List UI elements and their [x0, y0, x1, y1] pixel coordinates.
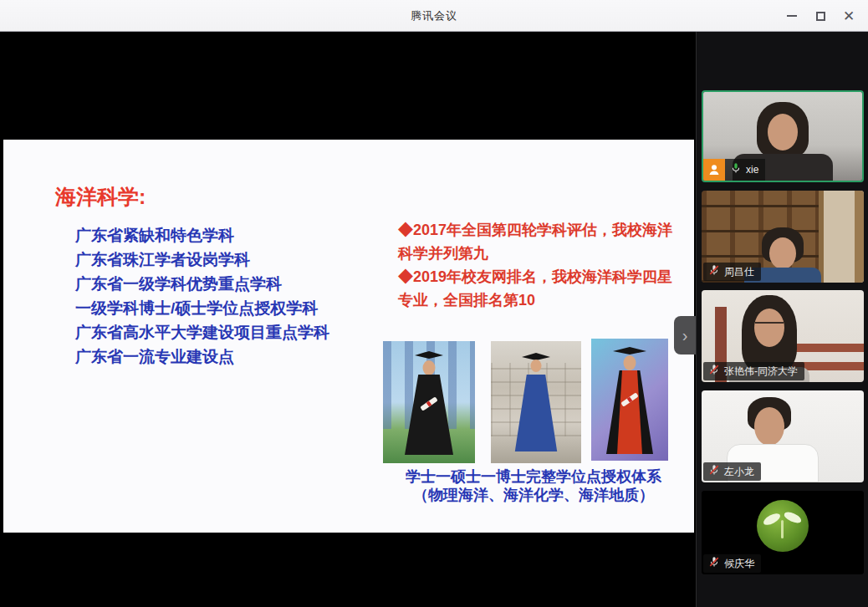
- participant-name: xie: [746, 164, 758, 176]
- sidebar-collapse-button[interactable]: ›: [674, 316, 696, 355]
- mic-muted-icon: [708, 264, 720, 279]
- maximize-icon: [816, 12, 825, 21]
- thumbnail-footer: 候庆华: [702, 554, 761, 574]
- tencent-meeting-window: 腾讯会议 ✕ 海洋科学: 广东省紧缺和特色学科 广东省珠江学者设岗学科 广东省一…: [0, 0, 868, 607]
- participant-face: [769, 237, 796, 269]
- thumbnail-footer: 周昌仕: [702, 263, 761, 283]
- bullet-list: 广东省紧缺和特色学科 广东省珠江学者设岗学科 广东省一级学科优势重点学科 一级学…: [75, 223, 376, 369]
- participant-name: 左小龙: [724, 465, 754, 479]
- participant-name: 候庆华: [724, 557, 754, 571]
- slide-title: 海洋科学:: [55, 183, 146, 211]
- chevron-right-icon: ›: [682, 326, 688, 345]
- window-title: 腾讯会议: [411, 8, 457, 23]
- graduate-face: [531, 360, 542, 372]
- mic-on-icon: [730, 162, 742, 177]
- participant-face: [768, 114, 798, 150]
- window-controls: ✕: [778, 0, 863, 32]
- name-label: xie: [725, 159, 765, 181]
- bullet-item: 广东省紧缺和特色学科: [75, 223, 376, 247]
- thumbnail-footer: 左小龙: [702, 462, 761, 482]
- highlight-item: ◆2019年校友网排名，我校海洋科学四星专业，全国排名第10: [398, 265, 681, 312]
- mic-muted-icon: [708, 364, 720, 379]
- name-label: 候庆华: [703, 554, 761, 573]
- video-thumbnail-xie[interactable]: xie: [702, 90, 864, 182]
- glasses-icon: [755, 322, 784, 329]
- name-label: 左小龙: [703, 462, 761, 481]
- thumbnail-footer: xie: [703, 159, 765, 181]
- highlight-item: ◆2017年全国第四轮学科评估，我校海洋科学并列第九: [398, 218, 681, 265]
- shared-screen-area: 海洋科学: 广东省紧缺和特色学科 广东省珠江学者设岗学科 广东省一级学科优势重点…: [0, 32, 696, 607]
- graduate-face: [624, 355, 636, 370]
- maximize-button[interactable]: [806, 0, 835, 32]
- video-thumbnail-zuoxiaolong[interactable]: 左小龙: [702, 390, 864, 482]
- doctor-graduate-photo: [591, 339, 668, 461]
- bullet-item: 一级学科博士/硕士学位点授权学科: [75, 296, 376, 320]
- highlight-list: ◆2017年全国第四轮学科评估，我校海洋科学并列第九 ◆2019年校友网排名，我…: [398, 218, 681, 312]
- participant-name: 周昌仕: [724, 265, 754, 279]
- presentation-slide: 海洋科学: 广东省紧缺和特色学科 广东省珠江学者设岗学科 广东省一级学科优势重点…: [3, 140, 694, 533]
- close-button[interactable]: ✕: [835, 0, 863, 32]
- sprout-avatar: [757, 500, 809, 552]
- bachelor-graduate-photo: [383, 341, 475, 463]
- participant-name: 张艳伟-同济大学: [724, 365, 798, 379]
- participant-face: [754, 407, 784, 446]
- graduate-face: [423, 360, 436, 375]
- caption-line: 学士一硕士一博士完整学位点授权体系: [386, 467, 681, 486]
- minimize-button[interactable]: [778, 0, 806, 32]
- caption-line: （物理海洋、海洋化学、海洋地质）: [386, 486, 681, 504]
- bullet-item: 广东省一流专业建设点: [75, 344, 376, 369]
- thumbnail-footer: 张艳伟-同济大学: [702, 362, 804, 382]
- name-label: 周昌仕: [703, 263, 761, 281]
- video-thumbnail-zhangyanwei[interactable]: 张艳伟-同济大学: [702, 290, 864, 382]
- leaf-icon: [783, 510, 803, 525]
- bullet-item: 广东省高水平大学建设项目重点学科: [75, 320, 376, 344]
- participants-sidebar: xie 周昌仕: [696, 32, 868, 607]
- titlebar: 腾讯会议 ✕: [0, 0, 868, 32]
- bullet-item: 广东省珠江学者设岗学科: [75, 247, 376, 272]
- master-graduate-photo: [491, 341, 581, 463]
- profile-badge-icon: [703, 159, 725, 181]
- leaf-icon: [762, 511, 782, 527]
- minimize-icon: [787, 15, 797, 17]
- video-thumbnail-houqinghua[interactable]: 候庆华: [702, 491, 864, 574]
- door-frame: [819, 191, 864, 283]
- stem-icon: [781, 520, 784, 538]
- photo-caption: 学士一硕士一博士完整学位点授权体系 （物理海洋、海洋化学、海洋地质）: [386, 467, 681, 504]
- mic-muted-icon: [708, 464, 720, 479]
- video-thumbnail-zhouchangshi[interactable]: 周昌仕: [702, 191, 864, 283]
- mic-muted-icon: [708, 556, 720, 571]
- name-label: 张艳伟-同济大学: [703, 362, 804, 380]
- graduation-cap-icon: [613, 347, 646, 355]
- bullet-item: 广东省一级学科优势重点学科: [75, 272, 376, 296]
